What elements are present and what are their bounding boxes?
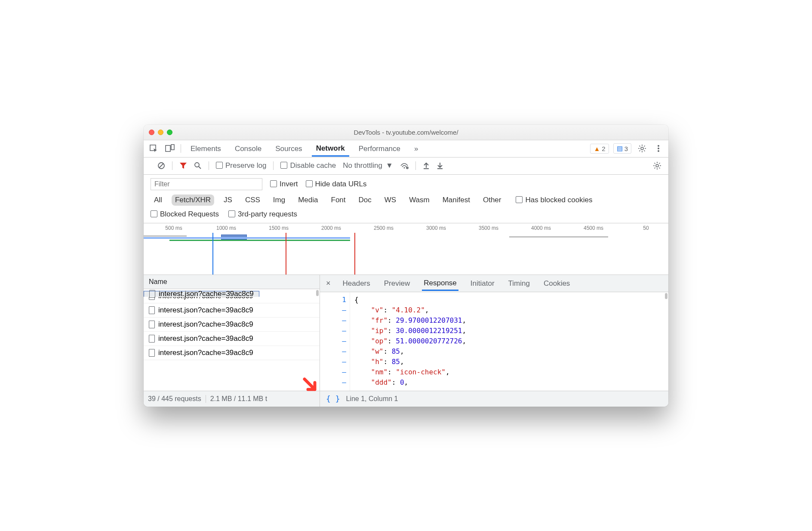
blocked-requests-checkbox[interactable]: Blocked Requests [151,210,219,219]
svg-point-6 [658,150,659,152]
invert-checkbox[interactable]: Invert [270,180,298,188]
request-name: interest.json?cache=39ac8c9 [158,320,253,329]
line-gutter: 1 – – – – – – – – [320,292,350,391]
divider [181,144,181,153]
detail-tab-initiator[interactable]: Initiator [469,276,496,291]
type-filter-img[interactable]: Img [270,194,289,206]
detail-tab-cookies[interactable]: Cookies [542,276,572,291]
document-icon [149,349,155,357]
name-column-header[interactable]: Name [144,275,320,289]
type-filter-manifest[interactable]: Manifest [439,194,474,206]
warnings-badge[interactable]: ▲2 [590,144,609,154]
inspect-icon[interactable] [148,143,159,154]
request-row[interactable]: interest.json?cache=39ac8c9 [144,303,320,318]
preserve-log-checkbox[interactable]: Preserve log [216,161,266,170]
document-icon [149,290,155,298]
settings-icon[interactable] [637,143,648,154]
device-toggle-icon[interactable] [164,143,175,154]
request-row[interactable]: interest.json?cache=39ac8c9 [144,291,259,297]
svg-point-4 [658,145,659,147]
timeline-tick: 3000 ms [426,225,446,231]
request-count: 39 / 445 requests [148,395,201,403]
tab-console[interactable]: Console [231,141,266,157]
request-list-pane: Name interest.json?cache=39ac8c9interest… [144,275,320,391]
document-icon [149,306,155,314]
third-party-checkbox[interactable]: 3rd-party requests [228,210,297,219]
type-filter-doc[interactable]: Doc [355,194,375,206]
main-tabs: ElementsConsoleSourcesNetworkPerformance… [144,140,668,157]
network-split: Name interest.json?cache=39ac8c9interest… [144,275,668,391]
status-badges: ▲2 ▤3 [590,143,631,154]
type-filter-media[interactable]: Media [295,194,321,206]
type-filter-all[interactable]: All [151,194,166,206]
document-icon [149,321,155,328]
svg-point-15 [656,164,658,167]
type-filter-js[interactable]: JS [220,194,236,206]
timeline-tick: 2500 ms [374,225,394,231]
status-left: 39 / 445 requests 2.1 MB / 11.1 MB t [144,391,320,407]
request-list[interactable]: interest.json?cache=39ac8c9interest.json… [144,289,320,391]
resource-type-filters: AllFetch/XHRJSCSSImgMediaFontDocWSWasmMa… [151,194,661,206]
detail-pane: × HeadersPreviewResponseInitiatorTimingC… [320,275,668,391]
network-conditions-icon[interactable] [400,162,409,169]
timeline-tick: 2000 ms [321,225,341,231]
search-icon[interactable] [194,162,202,170]
svg-point-5 [658,148,659,149]
timeline-tick: 4500 ms [584,225,603,231]
messages-badge[interactable]: ▤3 [613,143,631,154]
request-row[interactable]: interest.json?cache=39ac8c9 [144,346,320,360]
disable-cache-checkbox[interactable]: Disable cache [280,161,336,170]
throttling-select[interactable]: No throttling ▼ [343,161,393,170]
type-filter-css[interactable]: CSS [242,194,264,206]
type-filter-fetch-xhr[interactable]: Fetch/XHR [172,194,214,206]
timeline-tick: 1500 ms [269,225,289,231]
request-name: interest.json?cache=39ac8c9 [158,334,253,343]
status-right: { } Line 1, Column 1 [320,391,668,407]
hide-data-urls-checkbox[interactable]: Hide data URLs [306,180,367,188]
waterfall-overview[interactable]: 500 ms1000 ms1500 ms2000 ms2500 ms3000 m… [144,223,668,275]
upload-har-icon[interactable] [423,162,430,170]
window-title: DevTools - tv.youtube.com/welcome/ [144,129,668,136]
devtools-window: DevTools - tv.youtube.com/welcome/ Eleme… [144,125,668,407]
close-detail-button[interactable]: × [326,279,331,288]
more-tabs-button[interactable]: » [410,141,422,157]
filter-toggle-icon[interactable] [179,162,187,170]
type-filter-font[interactable]: Font [328,194,349,206]
type-filter-wasm[interactable]: Wasm [406,194,433,206]
request-name: interest.json?cache=39ac8c9 [159,290,254,298]
detail-tab-headers[interactable]: Headers [341,276,372,291]
tab-elements[interactable]: Elements [186,141,225,157]
request-row[interactable]: interest.json?cache=39ac8c9 [144,332,320,346]
tab-network[interactable]: Network [312,140,349,157]
response-body[interactable]: 1 – – – – – – – – { "v": "4.10.2", "fr":… [320,292,668,391]
timeline-tick: 500 ms [165,225,182,231]
svg-rect-1 [166,145,170,151]
filter-input[interactable] [151,178,262,190]
scrollbar[interactable] [665,293,667,299]
filter-bar: Invert Hide data URLs AllFetch/XHRJSCSSI… [144,175,668,223]
transfer-size: 2.1 MB / 11.1 MB t [210,395,268,403]
status-bar: 39 / 445 requests 2.1 MB / 11.1 MB t { }… [144,391,668,407]
scrollbar[interactable] [316,290,319,296]
type-filter-ws[interactable]: WS [381,194,400,206]
kebab-menu-icon[interactable] [653,143,664,154]
svg-point-3 [641,147,643,150]
detail-tab-preview[interactable]: Preview [382,276,412,291]
detail-tab-response[interactable]: Response [422,275,458,291]
detail-tab-timing[interactable]: Timing [507,276,532,291]
cursor-position: Line 1, Column 1 [346,395,398,403]
tab-performance[interactable]: Performance [354,141,405,157]
pretty-print-button[interactable]: { } [326,394,340,403]
message-icon: ▤ [617,145,623,152]
has-blocked-cookies-checkbox[interactable]: Has blocked cookies [516,196,592,204]
svg-point-9 [195,163,199,167]
tab-sources[interactable]: Sources [271,141,306,157]
clear-button[interactable] [157,162,165,170]
request-row[interactable]: interest.json?cache=39ac8c9 [144,318,320,332]
network-settings-icon[interactable] [653,161,661,170]
svg-line-10 [199,167,201,169]
type-filter-other[interactable]: Other [480,194,505,206]
json-code: { "v": "4.10.2", "fr": 29.9700012207031,… [350,292,471,391]
download-har-icon[interactable] [437,162,443,170]
detail-tabs: × HeadersPreviewResponseInitiatorTimingC… [320,275,668,292]
